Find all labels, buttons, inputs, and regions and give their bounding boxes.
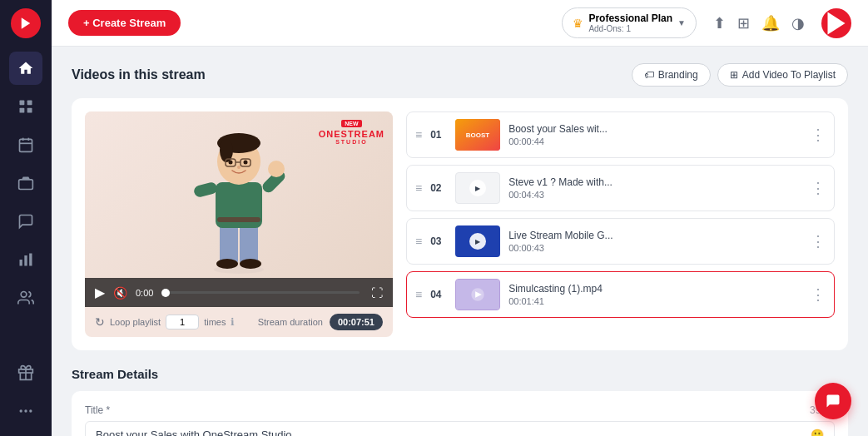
svg-rect-36 (217, 217, 260, 222)
item-number: 04 (430, 289, 447, 300)
drag-handle[interactable]: ≡ (415, 288, 422, 301)
sidebar-logo[interactable] (11, 8, 41, 38)
loop-input[interactable] (166, 315, 199, 329)
topbar-icons: ⬆ ⊞ 🔔 ◑ (713, 14, 805, 32)
character-illustration (181, 116, 297, 274)
sidebar-item-analytics[interactable] (9, 243, 42, 276)
item-duration: 00:01:41 (508, 296, 802, 306)
item-number: 02 (430, 182, 447, 194)
branding-button[interactable]: 🏷 Branding (632, 63, 711, 87)
item-thumbnail (455, 279, 500, 310)
sidebar-item-users[interactable] (9, 281, 42, 315)
video-player: NEW ONESTREAM STUDIO (85, 111, 393, 337)
svg-point-13 (21, 292, 27, 298)
sidebar-item-home[interactable] (9, 52, 42, 85)
crown-icon: ♛ (573, 17, 583, 30)
playlist-item: ≡ 02 ▶ Steve v1 ? Made with... 00:04:43 … (406, 165, 835, 211)
video-brand: NEW ONESTREAM STUDIO (319, 120, 384, 145)
upload-icon[interactable]: ⬆ (713, 14, 726, 32)
stream-container: NEW ONESTREAM STUDIO (72, 98, 848, 350)
plan-name: Professional Plan (588, 12, 672, 24)
chevron-down-icon: ▼ (677, 18, 686, 27)
drag-handle[interactable]: ≡ (415, 181, 422, 195)
item-thumbnail: BOOST (455, 119, 500, 151)
duration-section: Stream duration 00:07:51 (258, 314, 383, 330)
grid-icon[interactable]: ⊞ (737, 14, 750, 32)
item-thumbnail: ▶ (455, 172, 500, 204)
plus-icon: ⊞ (730, 69, 738, 81)
svg-point-18 (29, 409, 32, 412)
details-card: Title * 39/00 Boost your Sales with OneS… (72, 391, 848, 436)
sidebar-item-media[interactable] (9, 166, 42, 200)
svg-rect-4 (27, 108, 32, 113)
item-info: Live Stream Mobile G... 00:00:43 (508, 230, 802, 253)
item-more-button[interactable]: ⋮ (811, 179, 826, 197)
add-video-button[interactable]: ⊞ Add Video To Playlist (717, 63, 848, 87)
play-icon: ▶ (469, 233, 486, 250)
sidebar-item-calendar[interactable] (9, 128, 42, 161)
item-title: Live Stream Mobile G... (508, 230, 802, 241)
section-actions: 🏷 Branding ⊞ Add Video To Playlist (632, 63, 848, 87)
item-duration: 00:00:43 (508, 243, 802, 253)
loop-label: Loop playlist (110, 317, 161, 327)
svg-point-33 (229, 161, 233, 165)
video-controls: ▶ 🔇 0:00 ⛶ (85, 278, 393, 307)
fullscreen-button[interactable]: ⛶ (371, 286, 383, 300)
create-stream-button[interactable]: + Create Stream (68, 10, 181, 36)
sidebar-item-dashboard[interactable] (9, 90, 42, 123)
title-input[interactable]: Boost your Sales with OneStream Studio 🙂 (85, 421, 835, 436)
svg-point-37 (216, 259, 238, 269)
topbar-logo[interactable] (821, 8, 851, 38)
svg-point-35 (237, 166, 241, 169)
chat-fab[interactable] (815, 383, 851, 419)
svg-marker-19 (828, 12, 846, 34)
svg-rect-5 (20, 139, 32, 151)
bell-icon[interactable]: 🔔 (761, 14, 780, 32)
item-more-button[interactable]: ⋮ (811, 285, 826, 304)
sidebar-item-gift[interactable] (9, 356, 42, 389)
play-icon: ▶ (469, 180, 486, 196)
drag-handle[interactable]: ≡ (415, 235, 422, 248)
svg-point-16 (20, 409, 22, 412)
progress-indicator (161, 289, 170, 297)
sidebar (0, 0, 52, 436)
svg-rect-10 (20, 260, 22, 266)
loop-section: ↻ Loop playlist times ℹ (95, 315, 235, 329)
tag-icon: 🏷 (644, 69, 654, 81)
svg-rect-1 (20, 101, 25, 106)
svg-rect-9 (19, 180, 33, 190)
title-field-label: Title * 39/00 (85, 404, 835, 416)
topbar: + Create Stream ♛ Professional Plan Add-… (52, 0, 868, 47)
main-container: + Create Stream ♛ Professional Plan Add-… (52, 0, 868, 436)
svg-point-34 (244, 161, 248, 165)
svg-text:BOOST: BOOST (466, 131, 490, 139)
svg-rect-3 (20, 108, 25, 113)
item-more-button[interactable]: ⋮ (811, 232, 826, 250)
svg-rect-12 (29, 254, 32, 266)
item-duration: 00:00:44 (508, 136, 802, 146)
stream-section-header: Videos in this stream 🏷 Branding ⊞ Add V… (72, 63, 848, 87)
item-title: Simulcasting (1).mp4 (508, 283, 802, 295)
info-icon: ℹ (231, 316, 235, 328)
item-info: Simulcasting (1).mp4 00:01:41 (508, 283, 802, 306)
plan-badge[interactable]: ♛ Professional Plan Add-Ons: 1 ▼ (562, 7, 697, 38)
plan-addons: Add-Ons: 1 (588, 24, 672, 33)
item-info: Steve v1 ? Made with... 00:04:43 (508, 176, 802, 200)
mute-button[interactable]: 🔇 (113, 286, 127, 300)
section-title: Videos in this stream (72, 67, 206, 82)
sidebar-item-chat[interactable] (9, 205, 42, 238)
play-button[interactable]: ▶ (95, 285, 105, 300)
loop-icon: ↻ (95, 315, 105, 329)
sidebar-item-more[interactable] (9, 394, 42, 428)
svg-point-17 (24, 409, 27, 412)
drag-handle[interactable]: ≡ (415, 128, 422, 141)
stream-details: Stream Details Title * 39/00 Boost your … (72, 367, 848, 436)
item-info: Boost your Sales wit... 00:00:44 (508, 123, 802, 146)
item-number: 01 (430, 129, 447, 141)
item-thumbnail: ▶ (455, 225, 500, 257)
moon-icon[interactable]: ◑ (791, 14, 805, 32)
progress-bar[interactable] (161, 291, 360, 294)
content-area: Videos in this stream 🏷 Branding ⊞ Add V… (52, 47, 868, 436)
time-display: 0:00 (136, 288, 153, 298)
item-more-button[interactable]: ⋮ (811, 126, 826, 144)
